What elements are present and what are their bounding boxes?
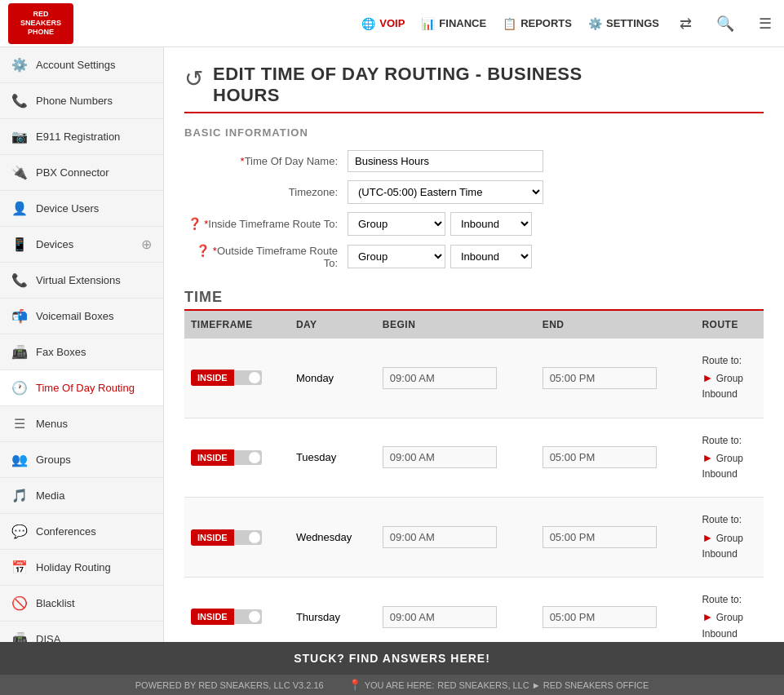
sidebar-item-device-users[interactable]: 👤 Device Users xyxy=(0,191,163,227)
nav-voip[interactable]: 🌐 VOIP xyxy=(361,17,405,30)
disa-icon: 📠 xyxy=(11,631,28,642)
sidebar-item-account-settings[interactable]: ⚙️ Account Settings xyxy=(0,47,163,83)
timeframe-cell: INSIDE xyxy=(184,498,290,578)
virtual-ext-icon: 📞 xyxy=(11,272,28,288)
reports-icon: 📋 xyxy=(503,17,516,30)
logo-area: REDSNEAKERSPHONE xyxy=(8,3,90,44)
content-area: ↺ EDIT TIME OF DAY ROUTING - BUSINESSHOU… xyxy=(164,47,784,642)
inside-type-select[interactable]: Group xyxy=(348,212,445,236)
account-settings-icon: ⚙️ xyxy=(11,57,28,73)
begin-cell xyxy=(376,418,536,498)
name-input[interactable] xyxy=(348,150,543,172)
help-bar[interactable]: STUCK? FIND ANSWERS HERE! xyxy=(0,642,784,675)
route-to-label: Route to: xyxy=(702,435,742,446)
form-row-name: *Time Of Day Name: xyxy=(184,150,764,172)
basic-info-section: BASIC INFORMATION *Time Of Day Name: Tim… xyxy=(184,126,764,269)
toggle-switch[interactable] xyxy=(234,530,262,545)
sidebar-item-conferences[interactable]: 💬 Conferences xyxy=(0,514,163,550)
main-layout: ⚙️ Account Settings 📞 Phone Numbers 📷 E9… xyxy=(0,47,784,642)
toggle-label: INSIDE xyxy=(191,529,234,546)
toggle-label: INSIDE xyxy=(191,449,234,466)
end-cell xyxy=(536,578,696,642)
route-type: Group xyxy=(716,612,743,623)
menu-button[interactable]: ☰ xyxy=(755,11,776,37)
end-input[interactable] xyxy=(543,446,657,468)
col-timeframe: TIMEFRAME xyxy=(184,311,290,339)
sidebar-item-phone-numbers[interactable]: 📞 Phone Numbers xyxy=(0,83,163,119)
form-row-timezone: Timezone: (UTC-05:00) Eastern Time xyxy=(184,180,764,204)
table-header-row: TIMEFRAME DAY BEGIN END ROUTE xyxy=(184,311,764,339)
sidebar-item-voicemail[interactable]: 📬 Voicemail Boxes xyxy=(0,299,163,334)
inside-sub-select[interactable]: Inbound xyxy=(450,212,532,236)
sidebar-item-blacklist[interactable]: 🚫 Blacklist xyxy=(0,586,163,622)
end-input[interactable] xyxy=(543,367,657,389)
day-cell: Thursday xyxy=(290,578,376,642)
sidebar-item-holiday-routing[interactable]: 📅 Holiday Routing xyxy=(0,550,163,586)
toggle-wrap: INSIDE xyxy=(191,529,283,546)
holiday-icon: 📅 xyxy=(11,560,28,575)
nav-links: 🌐 VOIP 📊 FINANCE 📋 REPORTS ⚙️ SETTINGS ⇄… xyxy=(361,11,776,37)
fax-icon: 📠 xyxy=(11,344,28,360)
nav-settings[interactable]: ⚙️ SETTINGS xyxy=(588,17,659,30)
sidebar-item-e911[interactable]: 📷 E911 Registration xyxy=(0,119,163,155)
sidebar-item-groups[interactable]: 👥 Groups xyxy=(0,442,163,478)
route-arrow-icon: ► xyxy=(702,531,713,544)
outside-sub-select[interactable]: Inbound xyxy=(450,245,532,268)
inside-label: ❓ *Inside Timeframe Route To: xyxy=(184,217,348,230)
powered-by: POWERED BY RED SNEAKERS, LLC V3.2.16 xyxy=(135,680,324,690)
begin-cell xyxy=(376,339,536,418)
sidebar-item-fax[interactable]: 📠 Fax Boxes xyxy=(0,334,163,370)
device-users-icon: 👤 xyxy=(11,201,28,216)
begin-input[interactable] xyxy=(383,446,497,468)
sidebar-item-devices[interactable]: 📱 Devices ⊕ xyxy=(0,227,163,263)
outside-label: ❓ *Outside Timeframe Route To: xyxy=(184,244,348,269)
begin-input[interactable] xyxy=(383,606,497,628)
pin-icon: 📍 xyxy=(348,679,361,691)
voicemail-icon: 📬 xyxy=(11,308,28,324)
toggle-wrap: INSIDE xyxy=(191,449,283,466)
timeframe-cell: INSIDE xyxy=(184,418,290,498)
toggle-label: INSIDE xyxy=(191,609,234,625)
day-cell: Tuesday xyxy=(290,418,376,498)
timeframe-cell: INSIDE xyxy=(184,578,290,642)
table-row: INSIDE Thursday Route to: ► Group Inboun… xyxy=(184,578,764,642)
exchange-button[interactable]: ⇄ xyxy=(675,11,696,37)
route-to-label: Route to: xyxy=(702,594,742,605)
inside-help-icon[interactable]: ❓ xyxy=(188,217,202,230)
timezone-label: Timezone: xyxy=(184,186,348,198)
timeframe-cell: INSIDE xyxy=(184,339,290,418)
nav-reports[interactable]: 📋 REPORTS xyxy=(503,17,572,30)
nav-finance[interactable]: 📊 FINANCE xyxy=(421,17,486,30)
end-input[interactable] xyxy=(543,606,657,628)
devices-add-icon[interactable]: ⊕ xyxy=(141,237,152,252)
devices-icon: 📱 xyxy=(11,237,28,252)
sidebar-item-disa[interactable]: 📠 DISA xyxy=(0,622,163,642)
sidebar-item-time-routing[interactable]: 🕐 Time Of Day Routing xyxy=(0,370,163,406)
groups-icon: 👥 xyxy=(11,452,28,467)
search-button[interactable]: 🔍 xyxy=(712,11,738,37)
outside-help-icon[interactable]: ❓ xyxy=(196,244,210,257)
toggle-switch[interactable] xyxy=(234,450,262,465)
begin-input[interactable] xyxy=(383,526,497,548)
end-input[interactable] xyxy=(543,526,657,548)
sidebar-item-virtual-extensions[interactable]: 📞 Virtual Extensions xyxy=(0,263,163,299)
col-day: DAY xyxy=(290,311,376,339)
sidebar-item-menus[interactable]: ☰ Menus xyxy=(0,406,163,442)
timezone-select[interactable]: (UTC-05:00) Eastern Time xyxy=(348,180,543,204)
time-routing-icon: 🕐 xyxy=(11,380,28,396)
route-arrow-icon: ► xyxy=(702,371,713,384)
begin-input[interactable] xyxy=(383,367,497,389)
toggle-switch[interactable] xyxy=(234,370,262,385)
page-title: EDIT TIME OF DAY ROUTING - BUSINESSHOURS xyxy=(213,64,582,107)
title-divider xyxy=(184,112,764,113)
sidebar: ⚙️ Account Settings 📞 Phone Numbers 📷 E9… xyxy=(0,47,164,642)
toggle-switch[interactable] xyxy=(234,609,262,624)
route-sub: Inbound xyxy=(702,548,737,560)
route-type: Group xyxy=(716,533,743,544)
edit-icon: ↺ xyxy=(184,65,203,92)
sidebar-item-pbx[interactable]: 🔌 PBX Connector xyxy=(0,155,163,191)
settings-icon: ⚙️ xyxy=(588,17,602,30)
outside-type-select[interactable]: Group xyxy=(348,245,445,268)
menus-icon: ☰ xyxy=(11,416,28,432)
sidebar-item-media[interactable]: 🎵 Media xyxy=(0,478,163,514)
